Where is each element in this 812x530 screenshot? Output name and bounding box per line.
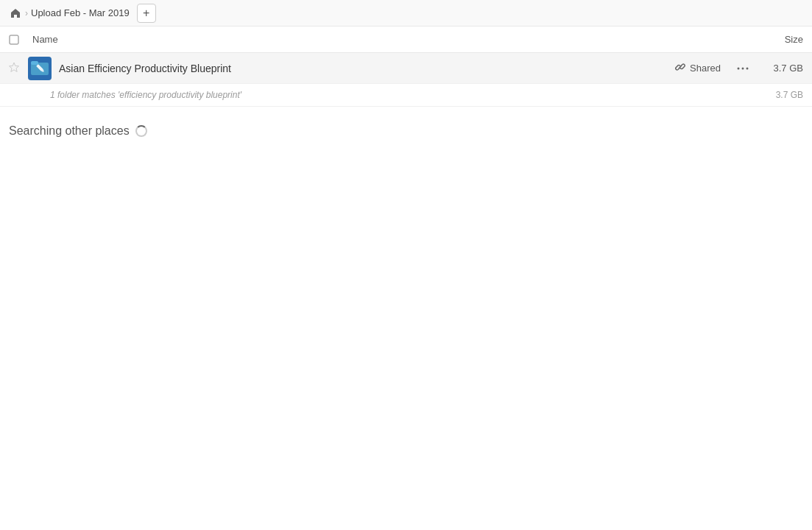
breadcrumb-title: Upload Feb - Mar 2019 [31,7,130,18]
searching-section: Searching other places [0,107,812,146]
file-size: 3.7 GB [759,63,803,74]
breadcrumb-bar: › Upload Feb - Mar 2019 + [0,0,812,26]
folder-icon [28,57,52,80]
column-header-row: Name Size [0,26,812,53]
svg-point-6 [738,67,740,69]
link-icon [675,62,685,74]
svg-rect-3 [31,61,38,65]
match-info-row: 1 folder matches 'efficiency productivit… [0,84,812,107]
svg-point-7 [742,67,744,69]
more-options-button[interactable] [732,58,753,79]
column-name-header: Name [32,34,744,45]
home-icon[interactable] [9,7,22,20]
loading-spinner [135,125,147,137]
breadcrumb-separator: › [25,8,28,18]
file-name: Asian Efficiency Productivity Blueprint [59,63,675,74]
shared-label: Shared [690,63,721,74]
column-size-header: Size [744,34,803,45]
file-row[interactable]: Asian Efficiency Productivity Blueprint … [0,53,812,84]
add-button[interactable]: + [137,4,156,23]
match-info-text: 1 folder matches 'efficiency productivit… [50,90,776,100]
match-info-size: 3.7 GB [776,90,803,100]
star-icon[interactable] [9,62,24,74]
svg-marker-1 [10,63,19,72]
svg-rect-0 [10,35,18,44]
searching-title-text: Searching other places [9,124,130,138]
searching-title: Searching other places [9,124,803,138]
svg-point-8 [746,67,749,69]
header-checkbox-area[interactable] [9,35,32,45]
shared-area: Shared [675,62,721,74]
